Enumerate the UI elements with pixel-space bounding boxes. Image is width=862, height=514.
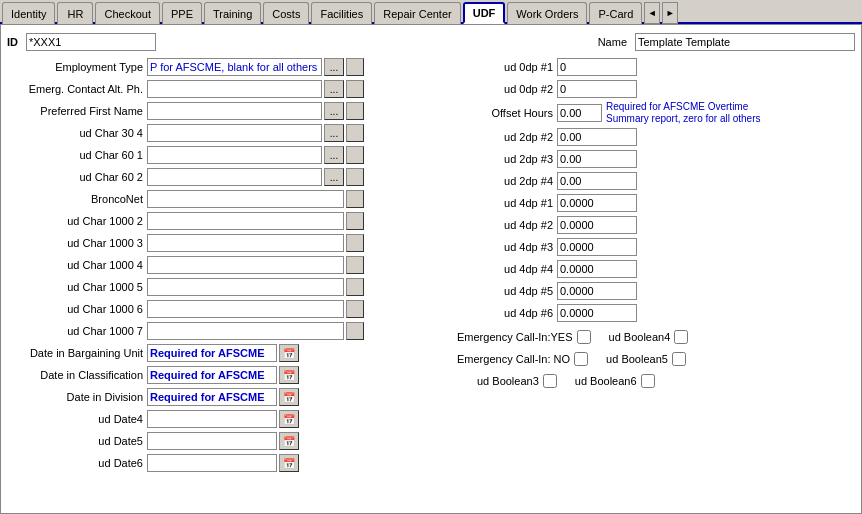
ud-char-1000-3-checkbox-btn[interactable]: [346, 234, 364, 252]
offset-hours-hint: Required for AFSCME Overtime Summary rep…: [606, 101, 781, 125]
id-name-row: ID Name: [7, 33, 855, 51]
preferred-first-name-dots-btn[interactable]: ...: [324, 102, 344, 120]
emerg-contact-alt-ph-input[interactable]: [147, 80, 322, 98]
ud-0dp-1-input[interactable]: [557, 58, 637, 76]
ud-char-60-1-dots-btn[interactable]: ...: [324, 146, 344, 164]
ud-boolean3-checkbox[interactable]: [543, 374, 557, 388]
ud-4dp-4-input[interactable]: [557, 260, 637, 278]
ud-date6-input[interactable]: [147, 454, 277, 472]
ud-char-1000-3-input[interactable]: [147, 234, 344, 252]
emerg-contact-dots-btn[interactable]: ...: [324, 80, 344, 98]
ud-4dp-3-label: ud 4dp #3: [457, 241, 557, 253]
ud-char-30-4-dots-btn[interactable]: ...: [324, 124, 344, 142]
date-classification-input[interactable]: [147, 366, 277, 384]
ud-char-1000-6-input[interactable]: [147, 300, 344, 318]
ud-char-1000-5-input[interactable]: [147, 278, 344, 296]
bronconet-checkbox-btn[interactable]: [346, 190, 364, 208]
date-division-input[interactable]: [147, 388, 277, 406]
ud-char-1000-7-checkbox-btn[interactable]: [346, 322, 364, 340]
ud-boolean6-checkbox[interactable]: [641, 374, 655, 388]
tab-repair-center[interactable]: Repair Center: [374, 2, 460, 24]
ud-4dp-2-input[interactable]: [557, 216, 637, 234]
ud-date4-cal-btn[interactable]: 📅: [279, 410, 299, 428]
employment-type-dots-btn[interactable]: ...: [324, 58, 344, 76]
date-classification-cal-btn[interactable]: 📅: [279, 366, 299, 384]
preferred-first-name-checkbox-btn[interactable]: [346, 102, 364, 120]
ud-date5-row: ud Date5 📅: [7, 431, 447, 451]
ud-boolean3-label: ud Boolean3: [477, 374, 557, 388]
ud-char-1000-2-row: ud Char 1000 2: [7, 211, 447, 231]
emergency-callin-yes-label: Emergency Call-In:YES: [457, 330, 591, 344]
emergency-callin-yes-checkbox[interactable]: [577, 330, 591, 344]
tab-costs[interactable]: Costs: [263, 2, 309, 24]
tab-prev-btn[interactable]: ◄: [644, 2, 660, 24]
emerg-contact-checkbox-btn[interactable]: [346, 80, 364, 98]
ud-char-1000-6-checkbox-btn[interactable]: [346, 300, 364, 318]
ud-2dp-3-input[interactable]: [557, 150, 637, 168]
ud-date6-cal-btn[interactable]: 📅: [279, 454, 299, 472]
ud-4dp-3-input[interactable]: [557, 238, 637, 256]
offset-hours-input[interactable]: [557, 104, 602, 122]
ud-boolean5-checkbox[interactable]: [672, 352, 686, 366]
emergency-callin-no-checkbox[interactable]: [574, 352, 588, 366]
tab-checkout[interactable]: Checkout: [95, 2, 159, 24]
ud-2dp-4-row: ud 2dp #4: [457, 171, 855, 191]
ud-date4-input[interactable]: [147, 410, 277, 428]
ud-4dp-6-label: ud 4dp #6: [457, 307, 557, 319]
ud-char-30-4-checkbox-btn[interactable]: [346, 124, 364, 142]
employment-type-label: Employment Type: [7, 61, 147, 73]
ud-char-1000-6-label: ud Char 1000 6: [7, 303, 147, 315]
ud-char-1000-5-checkbox-btn[interactable]: [346, 278, 364, 296]
ud-boolean4-label: ud Boolean4: [609, 330, 689, 344]
id-input[interactable]: [26, 33, 156, 51]
ud-char-1000-7-row: ud Char 1000 7: [7, 321, 447, 341]
ud-char-1000-2-checkbox-btn[interactable]: [346, 212, 364, 230]
ud-char-60-2-dots-btn[interactable]: ...: [324, 168, 344, 186]
ud-boolean4-checkbox[interactable]: [674, 330, 688, 344]
ud-char-30-4-input[interactable]: [147, 124, 322, 142]
ud-char-1000-2-input[interactable]: [147, 212, 344, 230]
tab-next-btn[interactable]: ►: [662, 2, 678, 24]
tab-hr[interactable]: HR: [57, 2, 93, 24]
ud-char-1000-5-row: ud Char 1000 5: [7, 277, 447, 297]
ud-date4-label: ud Date4: [7, 413, 147, 425]
ud-char-1000-7-label: ud Char 1000 7: [7, 325, 147, 337]
ud-date5-input[interactable]: [147, 432, 277, 450]
tab-udf[interactable]: UDF: [463, 2, 506, 24]
ud-0dp-2-input[interactable]: [557, 80, 637, 98]
ud-date6-row: ud Date6 📅: [7, 453, 447, 473]
tab-work-orders[interactable]: Work Orders: [507, 2, 587, 24]
ud-date5-cal-btn[interactable]: 📅: [279, 432, 299, 450]
ud-char-1000-7-input[interactable]: [147, 322, 344, 340]
ud-char-60-2-input[interactable]: [147, 168, 322, 186]
name-input[interactable]: [635, 33, 855, 51]
ud-char-60-1-input[interactable]: [147, 146, 322, 164]
ud-4dp-1-input[interactable]: [557, 194, 637, 212]
bronconet-input[interactable]: [147, 190, 344, 208]
preferred-first-name-input[interactable]: [147, 102, 322, 120]
tab-identity[interactable]: Identity: [2, 2, 55, 24]
ud-char-60-2-checkbox-btn[interactable]: [346, 168, 364, 186]
ud-char-60-1-row: ud Char 60 1 ...: [7, 145, 447, 165]
employment-type-checkbox-btn[interactable]: [346, 58, 364, 76]
ud-2dp-2-input[interactable]: [557, 128, 637, 146]
ud-4dp-5-input[interactable]: [557, 282, 637, 300]
ud-2dp-4-input[interactable]: [557, 172, 637, 190]
emergency-callin-no-label: Emergency Call-In: NO: [457, 352, 588, 366]
ud-char-1000-4-input[interactable]: [147, 256, 344, 274]
ud-char-1000-4-checkbox-btn[interactable]: [346, 256, 364, 274]
ud-4dp-4-label: ud 4dp #4: [457, 263, 557, 275]
date-bargaining-unit-cal-btn[interactable]: 📅: [279, 344, 299, 362]
tab-ppe[interactable]: PPE: [162, 2, 202, 24]
boolean-row-1: Emergency Call-In:YES ud Boolean4: [457, 327, 855, 347]
date-bargaining-unit-input[interactable]: [147, 344, 277, 362]
tab-facilities[interactable]: Facilities: [311, 2, 372, 24]
date-division-cal-btn[interactable]: 📅: [279, 388, 299, 406]
ud-char-60-1-checkbox-btn[interactable]: [346, 146, 364, 164]
ud-4dp-6-input[interactable]: [557, 304, 637, 322]
employment-type-input[interactable]: [147, 58, 322, 76]
tab-training[interactable]: Training: [204, 2, 261, 24]
tab-p-card[interactable]: P-Card: [589, 2, 642, 24]
ud-2dp-2-label: ud 2dp #2: [457, 131, 557, 143]
boolean-row-2: Emergency Call-In: NO ud Boolean5: [457, 349, 855, 369]
